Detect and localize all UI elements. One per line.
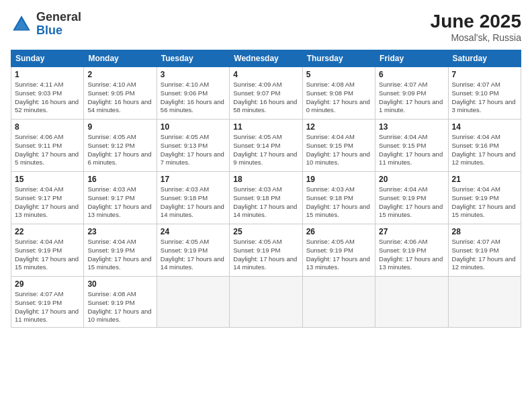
day-24: 24 Sunrise: 4:05 AMSunset: 9:19 PMDaylig…	[157, 224, 229, 277]
day-16: 16 Sunrise: 4:03 AMSunset: 9:17 PMDaylig…	[84, 172, 157, 224]
header-saturday: Saturday	[448, 50, 521, 67]
week-row-2: 8 Sunrise: 4:06 AMSunset: 9:11 PMDayligh…	[11, 120, 521, 172]
day-13: 13 Sunrise: 4:04 AMSunset: 9:15 PMDaylig…	[375, 120, 448, 172]
day-29: 29 Sunrise: 4:07 AMSunset: 9:19 PMDaylig…	[11, 277, 84, 328]
day-1: 1 Sunrise: 4:11 AMSunset: 9:03 PMDayligh…	[11, 67, 84, 120]
week-row-5: 29 Sunrise: 4:07 AMSunset: 9:19 PMDaylig…	[11, 277, 521, 328]
day-27: 27 Sunrise: 4:06 AMSunset: 9:19 PMDaylig…	[375, 224, 448, 277]
logo-blue-text: Blue	[36, 24, 81, 38]
day-7: 7 Sunrise: 4:07 AMSunset: 9:10 PMDayligh…	[448, 67, 521, 120]
logo-general-text: General	[36, 11, 81, 24]
empty-cell-1	[157, 277, 229, 328]
day-2: 2 Sunrise: 4:10 AMSunset: 9:05 PMDayligh…	[84, 67, 157, 120]
empty-cell-3	[302, 277, 375, 328]
location: Mosal'sk, Russia	[431, 32, 521, 43]
month-year: June 2025	[431, 11, 521, 32]
day-18: 18 Sunrise: 4:03 AMSunset: 9:18 PMDaylig…	[230, 172, 302, 224]
day-30: 30 Sunrise: 4:08 AMSunset: 9:19 PMDaylig…	[84, 277, 157, 328]
header-sunday: Sunday	[11, 50, 84, 67]
day-4: 4 Sunrise: 4:09 AMSunset: 9:07 PMDayligh…	[230, 67, 302, 120]
day-15: 15 Sunrise: 4:04 AMSunset: 9:17 PMDaylig…	[11, 172, 84, 224]
title-block: June 2025 Mosal'sk, Russia	[431, 11, 521, 43]
logo-icon	[11, 13, 32, 35]
day-12: 12 Sunrise: 4:04 AMSunset: 9:15 PMDaylig…	[302, 120, 375, 172]
week-row-4: 22 Sunrise: 4:04 AMSunset: 9:19 PMDaylig…	[11, 224, 521, 277]
day-17: 17 Sunrise: 4:03 AMSunset: 9:18 PMDaylig…	[157, 172, 229, 224]
week-row-3: 15 Sunrise: 4:04 AMSunset: 9:17 PMDaylig…	[11, 172, 521, 224]
empty-cell-5	[448, 277, 521, 328]
page: General Blue June 2025 Mosal'sk, Russia …	[0, 0, 532, 411]
day-10: 10 Sunrise: 4:05 AMSunset: 9:13 PMDaylig…	[157, 120, 229, 172]
empty-cell-2	[230, 277, 302, 328]
day-19: 19 Sunrise: 4:03 AMSunset: 9:18 PMDaylig…	[302, 172, 375, 224]
day-8: 8 Sunrise: 4:06 AMSunset: 9:11 PMDayligh…	[11, 120, 84, 172]
weekday-header-row: Sunday Monday Tuesday Wednesday Thursday…	[11, 50, 521, 67]
header-wednesday: Wednesday	[230, 50, 302, 67]
empty-cell-4	[375, 277, 448, 328]
day-21: 21 Sunrise: 4:04 AMSunset: 9:19 PMDaylig…	[448, 172, 521, 224]
day-5: 5 Sunrise: 4:08 AMSunset: 9:08 PMDayligh…	[302, 67, 375, 120]
header: General Blue June 2025 Mosal'sk, Russia	[11, 11, 521, 43]
day-14: 14 Sunrise: 4:04 AMSunset: 9:16 PMDaylig…	[448, 120, 521, 172]
day-20: 20 Sunrise: 4:04 AMSunset: 9:19 PMDaylig…	[375, 172, 448, 224]
day-11: 11 Sunrise: 4:05 AMSunset: 9:14 PMDaylig…	[230, 120, 302, 172]
day-22: 22 Sunrise: 4:04 AMSunset: 9:19 PMDaylig…	[11, 224, 84, 277]
header-thursday: Thursday	[302, 50, 375, 67]
day-23: 23 Sunrise: 4:04 AMSunset: 9:19 PMDaylig…	[84, 224, 157, 277]
logo: General Blue	[11, 11, 81, 38]
week-row-1: 1 Sunrise: 4:11 AMSunset: 9:03 PMDayligh…	[11, 67, 521, 120]
header-tuesday: Tuesday	[157, 50, 229, 67]
day-25: 25 Sunrise: 4:05 AMSunset: 9:19 PMDaylig…	[230, 224, 302, 277]
day-28: 28 Sunrise: 4:07 AMSunset: 9:19 PMDaylig…	[448, 224, 521, 277]
day-9: 9 Sunrise: 4:05 AMSunset: 9:12 PMDayligh…	[84, 120, 157, 172]
header-friday: Friday	[375, 50, 448, 67]
day-26: 26 Sunrise: 4:05 AMSunset: 9:19 PMDaylig…	[302, 224, 375, 277]
day-6: 6 Sunrise: 4:07 AMSunset: 9:09 PMDayligh…	[375, 67, 448, 120]
calendar: Sunday Monday Tuesday Wednesday Thursday…	[11, 50, 521, 328]
header-monday: Monday	[84, 50, 157, 67]
day-3: 3 Sunrise: 4:10 AMSunset: 9:06 PMDayligh…	[157, 67, 229, 120]
